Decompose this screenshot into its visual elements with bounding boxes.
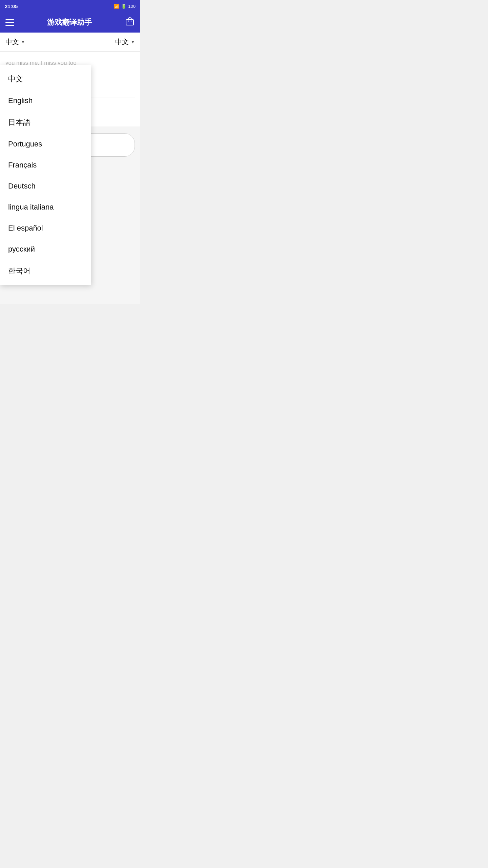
- toolbar-title: 游戏翻译助手: [47, 17, 92, 27]
- source-lang-selector[interactable]: 中文 ▼: [5, 37, 25, 46]
- hamburger-button[interactable]: [5, 19, 14, 26]
- battery-level: 100: [128, 4, 136, 9]
- dropdown-item-de[interactable]: Deutsch: [0, 176, 91, 197]
- svg-point-1: [128, 21, 129, 22]
- dropdown-item-zh[interactable]: 中文: [0, 68, 91, 90]
- dropdown-item-ko[interactable]: 한국어: [0, 260, 91, 282]
- basket-button[interactable]: [125, 16, 135, 28]
- dropdown-item-ru[interactable]: русский: [0, 239, 91, 260]
- dropdown-item-fr[interactable]: Français: [0, 155, 91, 176]
- dropdown-item-en[interactable]: English: [0, 90, 91, 111]
- source-lang-arrow: ▼: [21, 40, 25, 44]
- wifi-icon: 📶: [114, 4, 119, 9]
- battery-icon: 🔋: [121, 4, 126, 9]
- dropdown-item-es[interactable]: El español: [0, 218, 91, 239]
- dropdown-item-ja[interactable]: 日本語: [0, 111, 91, 134]
- status-time: 21:05: [5, 3, 18, 9]
- target-lang-arrow: ▼: [131, 40, 135, 44]
- target-lang-selector[interactable]: 中文 ▼: [115, 37, 135, 46]
- main-content: 中文 ▼ 中文 ▼ you miss me, I miss you too ↓ …: [0, 33, 140, 304]
- lang-selector-row: 中文 ▼ 中文 ▼: [0, 33, 140, 52]
- toolbar: 游戏翻译助手: [0, 12, 140, 33]
- dropdown-item-pt[interactable]: Portugues: [0, 134, 91, 155]
- target-lang-label: 中文: [115, 37, 129, 46]
- svg-point-2: [131, 21, 132, 22]
- dropdown-menu: 中文English日本語PortuguesFrançaisDeutschling…: [0, 65, 91, 285]
- dropdown-overlay[interactable]: [91, 65, 140, 304]
- status-bar: 21:05 📶 🔋 100: [0, 0, 140, 12]
- source-lang-label: 中文: [5, 37, 19, 46]
- svg-rect-0: [126, 20, 134, 25]
- status-icons: 📶 🔋 100: [114, 4, 136, 9]
- dropdown-item-it[interactable]: lingua italiana: [0, 197, 91, 218]
